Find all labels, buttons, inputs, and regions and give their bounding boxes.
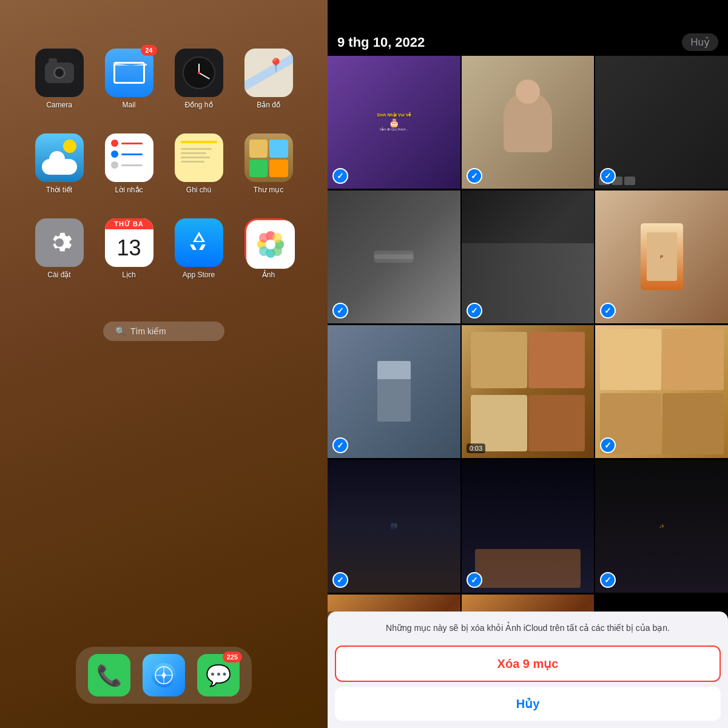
cancel-button[interactable]: Hủy bbox=[335, 687, 721, 721]
select-check-10[interactable] bbox=[332, 572, 348, 588]
svg-point-8 bbox=[266, 240, 275, 249]
photo-cell-12[interactable]: ✨ bbox=[595, 460, 728, 593]
sun-icon bbox=[63, 140, 76, 153]
photo-cell-5[interactable] bbox=[462, 190, 595, 323]
alert-sheet: Những mục này sẽ bị xóa khỏi Ảnh iCloud … bbox=[328, 612, 728, 728]
photo-cell-1[interactable]: Sinh Nhật Vui Vẻ 🎂 Cảm ơn Quý khách... bbox=[328, 56, 460, 189]
app-notes-label: Ghi chú bbox=[186, 186, 211, 194]
app-reminders[interactable]: Lời nhắc bbox=[97, 133, 161, 212]
select-check-11[interactable] bbox=[467, 572, 482, 588]
app-calendar[interactable]: THỨ BA 13 Lịch bbox=[97, 218, 161, 297]
select-check-1[interactable] bbox=[332, 168, 348, 184]
cloud-icon bbox=[42, 159, 77, 175]
home-screen: Camera 24 Mail bbox=[0, 0, 328, 728]
dock: 📞 bbox=[76, 647, 252, 704]
app-grid: Camera 24 Mail bbox=[15, 49, 312, 297]
select-check-4[interactable] bbox=[332, 303, 348, 318]
app-notes[interactable]: Ghi chú bbox=[167, 133, 231, 212]
photos-flower-icon bbox=[254, 228, 288, 261]
photo-cell-4[interactable] bbox=[328, 190, 460, 323]
photo-cell-6[interactable]: P bbox=[595, 190, 728, 323]
messages-badge: 225 bbox=[223, 652, 242, 662]
app-settings[interactable]: Cài đặt bbox=[27, 218, 91, 297]
app-calendar-label: Lịch bbox=[122, 271, 135, 279]
select-check-6[interactable] bbox=[600, 303, 616, 318]
delete-alert-overlay: Những mục này sẽ bị xóa khỏi Ảnh iCloud … bbox=[328, 612, 728, 728]
photo-cell-11[interactable] bbox=[462, 460, 595, 593]
cancel-top-button[interactable]: Huỷ bbox=[682, 33, 718, 51]
photo-cell-2[interactable] bbox=[462, 56, 595, 189]
app-maps-label: Bản đồ bbox=[257, 101, 280, 109]
photos-date: 9 thg 10, 2022 bbox=[337, 35, 425, 50]
delete-button[interactable]: Xóa 9 mục bbox=[335, 645, 721, 682]
app-clock[interactable]: Đồng hồ bbox=[167, 49, 231, 127]
video-duration-8: 0:03 bbox=[467, 443, 485, 453]
app-reminders-label: Lời nhắc bbox=[115, 186, 143, 194]
select-check-12[interactable] bbox=[600, 572, 616, 588]
photo-cell-7[interactable] bbox=[328, 325, 460, 458]
app-maps[interactable]: 📍 Bản đồ bbox=[237, 49, 300, 127]
app-folder-label: Thư mục bbox=[254, 186, 283, 194]
photo-cell-8[interactable]: 0:03 bbox=[462, 325, 595, 458]
mail-badge: 24 bbox=[141, 45, 157, 56]
calendar-month: THỨ BA bbox=[105, 218, 153, 229]
app-camera-label: Camera bbox=[46, 101, 72, 109]
map-pin-icon: 📍 bbox=[268, 58, 284, 73]
dock-safari[interactable] bbox=[143, 654, 185, 696]
dock-phone[interactable]: 📞 bbox=[88, 654, 130, 696]
calendar-day: 13 bbox=[105, 229, 153, 267]
messages-icon: 💬 bbox=[206, 663, 231, 687]
app-appstore-label: App Store bbox=[183, 271, 215, 279]
app-mail[interactable]: 24 Mail bbox=[97, 49, 161, 127]
select-check-9[interactable] bbox=[600, 437, 616, 453]
app-weather-label: Thời tiết bbox=[46, 186, 72, 194]
app-weather[interactable]: Thời tiết bbox=[27, 133, 91, 212]
app-appstore[interactable]: App Store bbox=[167, 218, 231, 297]
phone-icon: 📞 bbox=[96, 663, 122, 687]
appstore-icon bbox=[185, 229, 213, 257]
app-photos[interactable]: Ảnh bbox=[237, 218, 300, 297]
photos-app: 9 thg 10, 2022 Huỷ Sinh Nhật Vui Vẻ 🎂 Cả… bbox=[328, 0, 728, 728]
gear-icon bbox=[44, 228, 75, 258]
search-icon: 🔍 bbox=[115, 326, 126, 336]
app-settings-label: Cài đặt bbox=[47, 271, 70, 279]
photo-cell-9[interactable] bbox=[595, 325, 728, 458]
app-folder[interactable]: Thư mục bbox=[237, 133, 300, 212]
select-check-5[interactable] bbox=[467, 303, 482, 318]
app-photos-label: Ảnh bbox=[262, 271, 275, 279]
select-check-2[interactable] bbox=[467, 168, 482, 184]
photo-cell-3[interactable] bbox=[595, 56, 728, 189]
app-camera[interactable]: Camera bbox=[27, 49, 91, 127]
safari-icon bbox=[152, 663, 176, 687]
select-check-7[interactable] bbox=[332, 437, 348, 453]
app-mail-label: Mail bbox=[122, 101, 135, 109]
photo-cell-10[interactable]: 🌃 bbox=[328, 460, 460, 593]
app-clock-label: Đồng hồ bbox=[184, 101, 212, 109]
search-placeholder: Tìm kiếm bbox=[130, 326, 166, 336]
alert-message: Những mục này sẽ bị xóa khỏi Ảnh iCloud … bbox=[328, 612, 728, 643]
search-bar[interactable]: 🔍 Tìm kiếm bbox=[103, 322, 224, 341]
photos-header: 9 thg 10, 2022 Huỷ bbox=[328, 0, 728, 56]
select-check-3[interactable] bbox=[600, 168, 616, 184]
